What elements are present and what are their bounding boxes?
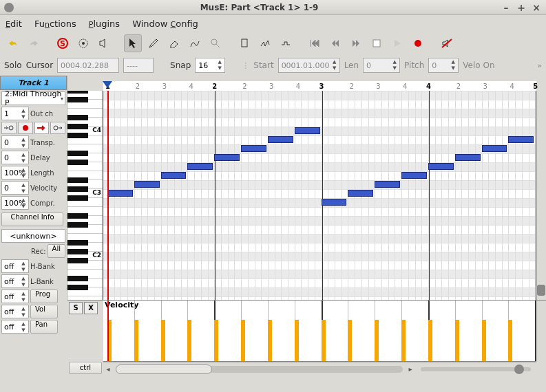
track-name[interactable]: Track 1 [0,76,67,90]
rewind-button[interactable] [306,34,324,52]
midi-note[interactable] [322,199,347,206]
velocity-bar[interactable] [455,320,459,361]
vertical-zoom-slider[interactable] [536,91,546,300]
forward-button[interactable] [347,34,365,52]
hzoom-slider[interactable] [421,367,531,371]
midi-note[interactable] [268,136,293,143]
transp-field[interactable]: 0▲▼ [1,135,29,149]
pointer-tool[interactable] [124,34,142,52]
delay-field[interactable]: 0▲▼ [1,151,29,164]
cut-tool[interactable] [235,34,253,52]
velocity-bar[interactable] [322,320,326,361]
glue-tool[interactable] [277,34,295,52]
pan-button[interactable]: Pan [30,320,58,334]
velocity-bar[interactable] [214,320,218,361]
piano-keyboard[interactable]: C4C3C2 [67,91,103,300]
velocity-bar[interactable] [508,320,512,361]
pencil-tool[interactable] [145,34,162,52]
channel-info-button[interactable]: Channel Info [1,213,63,226]
len-field[interactable]: 0▲▼ [363,58,400,73]
vol-button[interactable]: Vol [30,305,58,318]
undo-button[interactable] [4,34,22,52]
hscroll-thumb[interactable] [116,364,212,374]
note-grid[interactable] [103,91,536,300]
mute-tool[interactable] [256,34,274,52]
start-field[interactable]: 0001.01.000▲▼ [278,58,340,73]
speaker-button[interactable] [95,34,113,52]
snap-field[interactable]: 16▲▼ [195,58,225,73]
menu-functions[interactable]: Functions [34,19,76,29]
velocity-bar[interactable] [161,320,165,361]
panic-button[interactable]: S [54,34,72,52]
midi-note[interactable] [214,154,240,161]
pan-field[interactable]: off▲▼ [1,320,29,334]
out-arrow-icon[interactable] [34,122,50,134]
midi-note[interactable] [455,154,481,161]
out-route-icon[interactable] [50,122,65,134]
eraser-tool[interactable] [165,34,183,52]
midi-note[interactable] [348,190,373,197]
midi-note[interactable] [187,163,213,170]
cursor-pos-field[interactable]: 0004.02.288 [57,58,119,73]
velocity-bar[interactable] [241,320,245,361]
pitch-field[interactable]: 0▲▼ [428,58,459,73]
velocity-bar[interactable] [187,320,191,361]
prog-button[interactable]: Prog [30,290,58,303]
velocity-field[interactable]: 0▲▼ [1,181,29,195]
velocity-bar[interactable] [268,320,272,361]
midi-note[interactable] [508,136,534,143]
hscroll-track[interactable] [116,366,403,373]
record-button[interactable] [409,34,427,52]
maximize-button[interactable]: + [516,2,527,13]
loop-off-button[interactable] [438,34,456,52]
ctrl-x-button[interactable]: X [84,302,98,314]
menu-edit[interactable]: Edit [6,19,22,29]
menu-plugins[interactable]: Plugins [89,19,120,29]
lbank-field[interactable]: off▲▼ [1,274,29,288]
ctrl-vscroll[interactable] [536,301,546,375]
midi-note[interactable] [482,145,507,152]
ctrl-s-button[interactable]: S [69,302,83,314]
velocity-bar[interactable] [348,320,352,361]
solo-label[interactable]: Solo [4,61,22,70]
compr-field[interactable]: 100%▲▼ [1,196,29,210]
close-button[interactable]: × [531,2,542,13]
velocity-bar[interactable] [134,320,138,361]
minimize-button[interactable]: – [501,2,512,13]
midi-note[interactable] [295,127,320,134]
velocity-bar[interactable] [375,320,379,361]
velocity-lane[interactable]: Velocity [103,301,536,362]
velocity-bar[interactable] [428,320,432,361]
menu-window-config[interactable]: Window Config [132,19,198,29]
play-button[interactable] [388,34,406,52]
midi-note[interactable] [375,181,400,188]
midi-note[interactable] [401,172,427,179]
port-combo[interactable]: 2:Midi Through P▾ [1,91,65,105]
hbank-field[interactable]: off▲▼ [1,259,29,273]
vol-field[interactable]: off▲▼ [1,305,29,318]
zoom-tool[interactable] [207,34,224,52]
stop-button[interactable] [368,34,386,52]
metronome-button[interactable] [74,34,92,52]
midi-note[interactable] [241,145,266,152]
rec-all-button[interactable]: All [48,244,65,258]
velocity-bar[interactable] [401,320,406,361]
overflow-icon[interactable]: » [537,61,542,70]
in-route-icon[interactable] [1,122,17,134]
back-button[interactable] [326,34,344,52]
midi-note[interactable] [161,172,187,179]
midi-note[interactable] [134,181,160,188]
velocity-bar[interactable] [295,320,299,361]
midi-note[interactable] [428,163,454,170]
prog-field[interactable]: off▲▼ [1,290,29,303]
ctrl-select-button[interactable]: ctrl [69,362,102,374]
hscroll-right[interactable]: ▸ [406,365,415,373]
rec-enable-icon[interactable] [18,122,33,134]
hscroll-left[interactable]: ◂ [103,365,113,373]
instrument-combo[interactable]: <unknown> [1,229,65,243]
cursor-sub-field[interactable]: ---- [123,58,154,73]
length-field[interactable]: 100%▲▼ [1,166,29,179]
redo-button[interactable] [25,34,43,52]
outch-field[interactable]: 1▲▼ [1,107,29,120]
velocity-bar[interactable] [482,320,486,361]
